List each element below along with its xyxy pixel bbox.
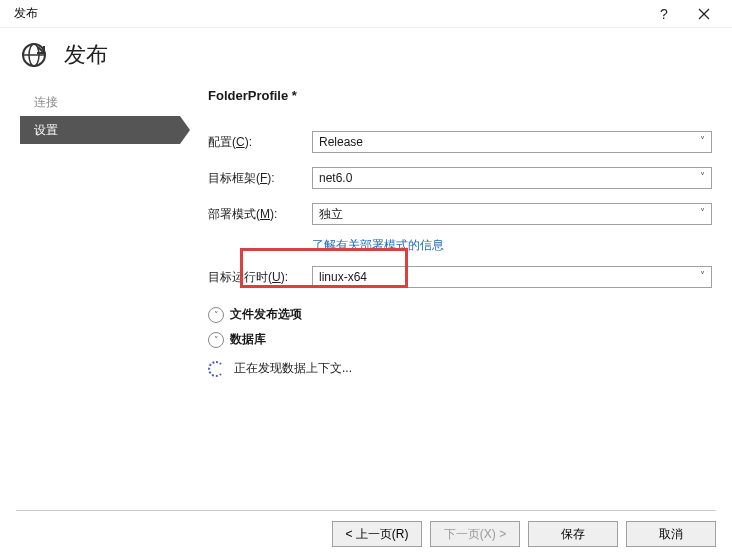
save-button[interactable]: 保存 xyxy=(528,521,618,547)
cancel-button[interactable]: 取消 xyxy=(626,521,716,547)
chevron-down-icon: ˅ xyxy=(208,307,224,323)
select-target-runtime[interactable]: linux-x64 xyxy=(312,266,712,288)
loading-text: 正在发现数据上下文... xyxy=(234,360,352,377)
select-target-framework[interactable]: net6.0 xyxy=(312,167,712,189)
label-target-framework: 目标框架(F): xyxy=(208,170,312,187)
row-target-runtime: 目标运行时(U): linux-x64 xyxy=(208,264,712,290)
select-deployment-mode[interactable]: 独立 xyxy=(312,203,712,225)
sidebar: 连接 设置 xyxy=(20,88,180,518)
profile-name: FolderProfile * xyxy=(208,88,712,103)
expander-database[interactable]: ˅ 数据库 xyxy=(208,331,712,348)
row-target-framework: 目标框架(F): net6.0 xyxy=(208,165,712,191)
window-title: 发布 xyxy=(14,5,38,22)
sidebar-item-label: 设置 xyxy=(34,122,58,139)
select-configuration[interactable]: Release xyxy=(312,131,712,153)
row-configuration: 配置(C): Release xyxy=(208,129,712,155)
row-deployment-mode: 部署模式(M): 独立 xyxy=(208,201,712,227)
chevron-down-icon: ˅ xyxy=(208,332,224,348)
loading-row: 正在发现数据上下文... xyxy=(208,360,712,377)
globe-arrow-icon xyxy=(20,41,48,69)
spinner-icon xyxy=(208,361,224,377)
link-deployment-info[interactable]: 了解有关部署模式的信息 xyxy=(312,238,444,252)
label-configuration: 配置(C): xyxy=(208,134,312,151)
close-button[interactable] xyxy=(684,0,724,28)
close-icon xyxy=(698,8,710,20)
expander-label: 数据库 xyxy=(230,331,266,348)
sidebar-item-label: 连接 xyxy=(34,94,58,111)
sidebar-item-settings[interactable]: 设置 xyxy=(20,116,180,144)
expander-file-publish[interactable]: ˅ 文件发布选项 xyxy=(208,306,712,323)
main-panel: FolderProfile * 配置(C): Release 目标框架(F): … xyxy=(180,88,712,518)
titlebar: 发布 ? xyxy=(0,0,732,28)
row-deployment-link: 了解有关部署模式的信息 xyxy=(312,237,712,254)
prev-button[interactable]: < 上一页(R) xyxy=(332,521,422,547)
label-deployment-mode: 部署模式(M): xyxy=(208,206,312,223)
sidebar-item-connection[interactable]: 连接 xyxy=(20,88,180,116)
help-button[interactable]: ? xyxy=(644,0,684,28)
expander-label: 文件发布选项 xyxy=(230,306,302,323)
label-target-runtime: 目标运行时(U): xyxy=(208,269,312,286)
dialog-title: 发布 xyxy=(64,40,108,70)
next-button: 下一页(X) > xyxy=(430,521,520,547)
dialog-header: 发布 xyxy=(0,28,732,88)
footer-buttons: < 上一页(R) 下一页(X) > 保存 取消 xyxy=(16,510,716,547)
